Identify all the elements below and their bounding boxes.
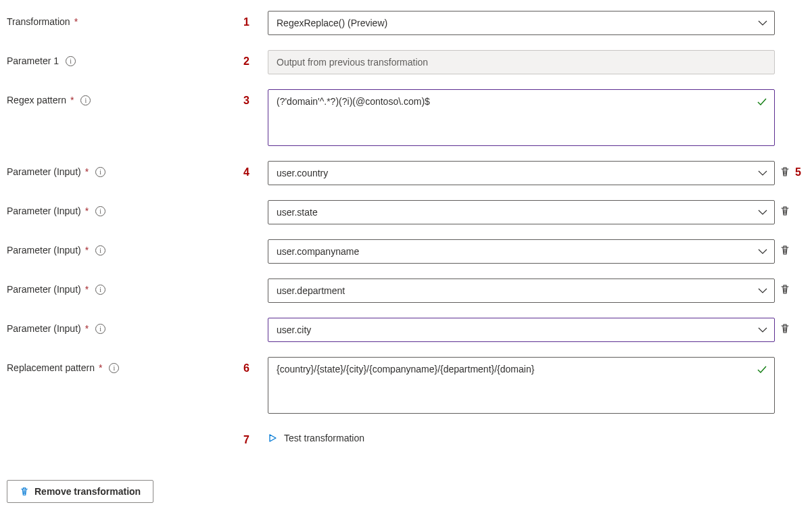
chevron-down-icon — [758, 247, 767, 256]
transformation-label: Transformation — [7, 16, 70, 27]
trash-icon[interactable] — [780, 284, 790, 295]
parameter-input-label: Parameter (Input) — [7, 245, 81, 256]
parameter-input-dropdown[interactable]: user.state — [268, 200, 775, 224]
info-icon[interactable]: i — [95, 245, 105, 256]
parameter-input-label: Parameter (Input) — [7, 284, 81, 295]
remove-transformation-label: Remove transformation — [34, 486, 141, 497]
required-asterisk: * — [74, 16, 78, 27]
info-icon[interactable]: i — [95, 167, 105, 177]
required-asterisk: * — [85, 245, 89, 256]
parameter-input-dropdown[interactable]: user.department — [268, 279, 775, 303]
parameter1-label: Parameter 1 — [7, 55, 59, 66]
parameter-input-value: user.department — [277, 285, 345, 296]
step-marker-2: 2 — [243, 50, 268, 68]
required-asterisk: * — [99, 362, 102, 373]
parameter-input-value: user.country — [277, 168, 328, 178]
parameter1-readonly: Output from previous transformation — [268, 50, 775, 74]
step-marker-5: 5 — [795, 161, 811, 178]
info-icon[interactable]: i — [109, 363, 119, 373]
trash-icon[interactable] — [780, 245, 790, 256]
required-asterisk: * — [70, 95, 74, 105]
step-marker-1: 1 — [243, 11, 268, 28]
parameter-input-dropdown[interactable]: user.companyname — [268, 239, 775, 264]
replacement-pattern-input[interactable]: {country}/{state}/{city}/{companyname}/{… — [268, 357, 775, 414]
required-asterisk: * — [85, 166, 89, 177]
replacement-pattern-value: {country}/{state}/{city}/{companyname}/{… — [277, 364, 534, 374]
info-icon[interactable]: i — [66, 56, 76, 66]
test-transformation-label: Test transformation — [284, 433, 364, 443]
parameter-input-label: Parameter (Input) — [7, 205, 81, 216]
chevron-down-icon — [758, 325, 767, 335]
step-marker-3: 3 — [243, 89, 268, 107]
chevron-down-icon — [758, 18, 767, 28]
parameter-input-dropdown[interactable]: user.country — [268, 161, 775, 185]
trash-icon[interactable] — [780, 166, 790, 177]
trash-icon — [20, 487, 29, 496]
chevron-down-icon — [758, 286, 767, 295]
replacement-pattern-label: Replacement pattern — [7, 362, 95, 373]
step-marker-7: 7 — [243, 429, 268, 446]
regex-pattern-input[interactable]: (?'domain'^.*?)(?i)(@contoso\.com)$ — [268, 89, 775, 146]
transformation-dropdown[interactable]: RegexReplace() (Preview) — [268, 11, 775, 35]
parameter-input-value: user.companyname — [277, 246, 359, 257]
trash-icon[interactable] — [780, 205, 790, 216]
info-icon[interactable]: i — [95, 285, 105, 295]
parameter-input-label: Parameter (Input) — [7, 166, 81, 177]
required-asterisk: * — [85, 205, 89, 216]
parameter-input-dropdown[interactable]: user.city — [268, 318, 775, 342]
check-icon — [757, 364, 767, 375]
parameter-input-value: user.state — [277, 207, 318, 218]
step-marker-4: 4 — [243, 161, 268, 178]
play-icon — [268, 433, 277, 443]
regex-pattern-label: Regex pattern — [7, 95, 66, 105]
remove-transformation-button[interactable]: Remove transformation — [7, 480, 153, 503]
required-asterisk: * — [85, 284, 89, 295]
test-transformation-link[interactable]: Test transformation — [268, 429, 775, 443]
parameter-input-value: user.city — [277, 324, 311, 335]
info-icon[interactable]: i — [80, 95, 91, 105]
info-icon[interactable]: i — [95, 324, 105, 334]
info-icon[interactable]: i — [95, 206, 105, 216]
check-icon — [757, 97, 767, 107]
parameter-input-label: Parameter (Input) — [7, 323, 81, 334]
regex-pattern-value: (?'domain'^.*?)(?i)(@contoso\.com)$ — [277, 96, 430, 107]
transformation-dropdown-value: RegexReplace() (Preview) — [277, 18, 387, 28]
trash-icon[interactable] — [780, 323, 790, 334]
chevron-down-icon — [758, 168, 767, 178]
parameter1-value: Output from previous transformation — [277, 57, 428, 68]
step-marker-6: 6 — [243, 357, 268, 374]
required-asterisk: * — [85, 323, 89, 334]
chevron-down-icon — [758, 208, 767, 217]
